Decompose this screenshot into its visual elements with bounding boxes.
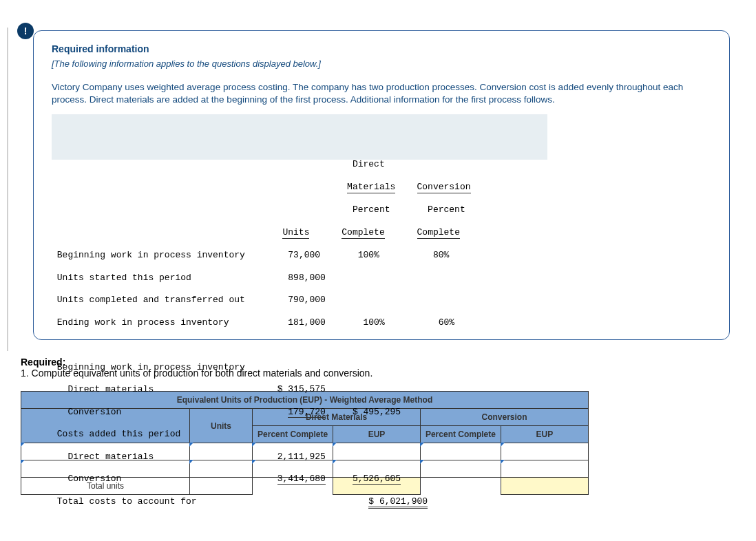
alert-badge-icon: ! [17, 23, 34, 39]
problem-body: Victory Company uses weighted average pr… [52, 81, 711, 106]
required-info-panel: Required information [The following info… [33, 30, 730, 340]
info-note: [The following information applies to th… [52, 59, 711, 69]
required-info-title: Required information [52, 43, 711, 54]
timeline-line [7, 28, 8, 351]
data-tables: Direct Materials Conversion Percent Perc… [52, 114, 711, 293]
